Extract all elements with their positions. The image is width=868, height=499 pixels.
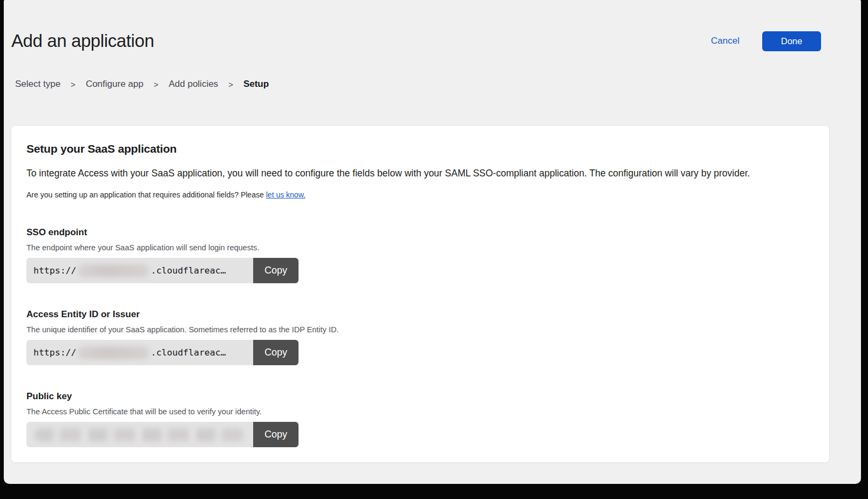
cancel-button[interactable]: Cancel [711, 36, 740, 46]
field-public-key: Public key The Access Public Certificate… [26, 391, 814, 447]
copy-sso-endpoint-button[interactable]: Copy [253, 258, 299, 283]
value-suffix: .cloudflareac… [151, 347, 226, 358]
sso-endpoint-value: https:// .cloudflareac… [26, 258, 253, 283]
field-label: Public key [26, 391, 814, 402]
page-title: Add an application [11, 30, 154, 52]
card-note-text: Are you setting up an application that r… [26, 190, 264, 199]
field-description: The Access Public Certificate that will … [26, 407, 814, 416]
copy-access-entity-id-button[interactable]: Copy [253, 340, 299, 365]
field-access-entity-id: Access Entity ID or Issuer The unique id… [26, 309, 814, 365]
redacted-value-blur [35, 428, 245, 441]
breadcrumb-step-setup[interactable]: Setup [243, 79, 269, 90]
app-window: Add an application Cancel Done Select ty… [4, 0, 861, 484]
redacted-value-blur [78, 264, 149, 277]
field-description: The unique identifier of your SaaS appli… [26, 325, 814, 334]
copy-public-key-button[interactable]: Copy [253, 422, 299, 447]
breadcrumb-step-select-type[interactable]: Select type [15, 79, 60, 90]
value-prefix: https:// [33, 347, 76, 358]
card-intro: To integrate Access with your SaaS appli… [26, 167, 814, 179]
done-button[interactable]: Done [762, 31, 821, 51]
field-label: Access Entity ID or Issuer [26, 309, 814, 320]
field-label: SSO endpoint [26, 227, 814, 238]
breadcrumb-step-configure-app[interactable]: Configure app [86, 79, 144, 90]
breadcrumb-separator: > [71, 80, 76, 89]
breadcrumb: Select type > Configure app > Add polici… [4, 79, 861, 90]
page-header: Add an application Cancel Done [4, 0, 861, 52]
sso-endpoint-value-row: https:// .cloudflareac… Copy [26, 258, 299, 283]
let-us-know-link[interactable]: let us know. [266, 190, 306, 199]
access-entity-id-value: https:// .cloudflareac… [26, 340, 253, 365]
redacted-value-blur [78, 346, 149, 359]
card-heading: Setup your SaaS application [26, 142, 814, 155]
value-suffix: .cloudflareac… [151, 265, 226, 276]
breadcrumb-separator: > [228, 80, 233, 89]
access-entity-id-value-row: https:// .cloudflareac… Copy [26, 340, 299, 365]
breadcrumb-separator: > [154, 80, 159, 89]
card-note: Are you setting up an application that r… [26, 190, 814, 199]
field-description: The endpoint where your SaaS application… [26, 243, 814, 252]
setup-card: Setup your SaaS application To integrate… [11, 125, 830, 463]
public-key-value-row: Copy [26, 422, 299, 447]
field-sso-endpoint: SSO endpoint The endpoint where your Saa… [26, 227, 814, 283]
value-prefix: https:// [33, 265, 76, 276]
breadcrumb-step-add-policies[interactable]: Add policies [168, 79, 218, 90]
header-actions: Cancel Done [711, 31, 821, 51]
public-key-value [26, 422, 253, 447]
